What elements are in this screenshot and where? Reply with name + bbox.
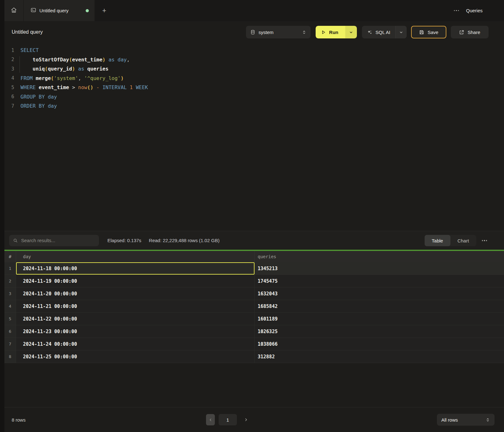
- column-header-num[interactable]: #: [4, 251, 16, 262]
- pagination: 1: [206, 414, 248, 425]
- database-selector[interactable]: system: [246, 26, 311, 38]
- queries-cell[interactable]: 1745475: [255, 275, 504, 287]
- column-header-day[interactable]: day: [16, 251, 255, 262]
- new-tab-button[interactable]: +: [94, 0, 114, 21]
- row-number-cell: 4: [4, 300, 16, 312]
- save-icon: [419, 30, 424, 35]
- share-button[interactable]: Share: [451, 26, 489, 38]
- line-number: 5: [4, 85, 14, 90]
- database-icon: [250, 30, 255, 35]
- save-button[interactable]: Save: [411, 26, 446, 38]
- row-number-cell: 2: [4, 275, 16, 287]
- home-tab[interactable]: [4, 0, 24, 21]
- view-tab-table[interactable]: Table: [425, 235, 450, 246]
- run-options-button[interactable]: [345, 26, 357, 38]
- queries-link[interactable]: Queries: [466, 8, 483, 13]
- indent-guide: [20, 56, 20, 73]
- queries-cell[interactable]: 1038066: [255, 338, 504, 350]
- day-cell[interactable]: 2024-11-23 00:00:00: [16, 325, 255, 338]
- run-button-label: Run: [329, 30, 338, 35]
- code-line[interactable]: 5WHERE event_time > now() - INTERVAL 1 W…: [4, 83, 504, 92]
- day-cell[interactable]: 2024-11-20 00:00:00: [16, 287, 255, 300]
- sql-ai-button-label: SQL AI: [375, 30, 390, 35]
- sql-editor[interactable]: 1SELECT2 toStartOfDay(event_time) as day…: [4, 43, 504, 231]
- queries-cell[interactable]: 312882: [255, 350, 504, 363]
- queries-cell[interactable]: 1632043: [255, 287, 504, 300]
- line-number: 6: [4, 94, 14, 99]
- queries-cell[interactable]: 1685842: [255, 300, 504, 312]
- read-stat: Read: 22,229,488 rows (1.02 GB): [149, 238, 220, 243]
- sql-ai-button[interactable]: SQL AI: [362, 26, 395, 38]
- code-line[interactable]: 7ORDER BY day: [4, 101, 504, 111]
- previous-page-button[interactable]: [206, 414, 215, 425]
- unsaved-indicator-dot: [86, 9, 89, 12]
- code-line[interactable]: 6GROUP BY day: [4, 92, 504, 102]
- code-line[interactable]: 4FROM merge('system', '^query_log'): [4, 74, 504, 83]
- results-overflow-menu-icon[interactable]: [482, 240, 487, 241]
- tab-untitled-query[interactable]: Untitled query: [24, 0, 94, 21]
- search-icon: [13, 238, 18, 243]
- column-header-queries[interactable]: queries: [255, 251, 504, 262]
- line-number: 4: [4, 75, 14, 81]
- rows-per-page-value: All rows: [441, 417, 485, 423]
- view-tab-chart[interactable]: Chart: [450, 235, 476, 246]
- table-row[interactable]: 42024-11-21 00:00:001685842: [4, 300, 504, 313]
- sparkles-icon: [367, 30, 372, 35]
- left-edge-strip: [0, 0, 4, 432]
- page-number-button[interactable]: 1: [219, 414, 237, 425]
- row-number-cell: 6: [4, 325, 16, 338]
- code-line[interactable]: 1SELECT: [4, 46, 504, 55]
- save-button-label: Save: [427, 30, 438, 35]
- select-chevrons-icon: [485, 418, 490, 422]
- results-empty-area: [4, 363, 504, 407]
- chevron-left-icon: [209, 418, 213, 422]
- run-button[interactable]: Run: [316, 26, 345, 38]
- view-toggle: Table Chart: [425, 235, 476, 246]
- share-button-label: Share: [467, 30, 480, 35]
- day-cell[interactable]: 2024-11-22 00:00:00: [16, 313, 255, 325]
- elapsed-stat: Elapsed: 0.137s: [107, 238, 141, 243]
- row-number-cell: 7: [4, 338, 16, 350]
- line-number: 7: [4, 103, 14, 109]
- tab-overflow-menu-icon[interactable]: [454, 10, 459, 11]
- queries-cell[interactable]: 1601189: [255, 313, 504, 325]
- day-cell[interactable]: 2024-11-21 00:00:00: [16, 300, 255, 312]
- row-number-cell: 3: [4, 287, 16, 300]
- table-row[interactable]: 62024-11-23 00:00:001026325: [4, 325, 504, 338]
- play-icon: [321, 30, 326, 35]
- next-page-button[interactable]: [244, 418, 248, 422]
- code-line[interactable]: 3 uniq(query_id) as queries: [4, 64, 504, 74]
- line-number: 1: [4, 48, 14, 53]
- table-row[interactable]: 32024-11-20 00:00:001632043: [4, 287, 504, 300]
- page-title: Untitled query: [12, 29, 43, 35]
- sql-ai-button-group: SQL AI: [362, 26, 407, 38]
- rows-per-page-selector[interactable]: All rows: [437, 414, 495, 426]
- table-row[interactable]: 82024-11-25 00:00:00312882: [4, 350, 504, 363]
- results-toolbar: Elapsed: 0.137s Read: 22,229,488 rows (1…: [4, 231, 504, 250]
- search-results-input[interactable]: [21, 238, 95, 243]
- day-cell[interactable]: 2024-11-19 00:00:00: [16, 275, 255, 287]
- table-row[interactable]: 72024-11-24 00:00:001038066: [4, 338, 504, 350]
- query-header: Untitled query system Run: [4, 21, 504, 43]
- queries-cell[interactable]: 1345213: [255, 262, 504, 275]
- code-line[interactable]: 2 toStartOfDay(event_time) as day,: [4, 55, 504, 65]
- chevron-down-icon: [349, 30, 353, 35]
- row-number-cell: 1: [4, 262, 16, 275]
- table-row[interactable]: 12024-11-18 00:00:001345213: [4, 262, 504, 275]
- results-table: # day queries 12024-11-18 00:00:00134521…: [4, 251, 504, 363]
- tab-bar: Untitled query + Queries: [4, 0, 504, 21]
- table-row[interactable]: 22024-11-19 00:00:001745475: [4, 275, 504, 287]
- share-external-icon: [459, 30, 464, 35]
- table-row[interactable]: 52024-11-22 00:00:001601189: [4, 313, 504, 325]
- sql-ai-options-button[interactable]: [395, 26, 407, 38]
- queries-cell[interactable]: 1026325: [255, 325, 504, 338]
- day-cell[interactable]: 2024-11-25 00:00:00: [16, 350, 255, 363]
- table-header-row: # day queries: [4, 251, 504, 262]
- search-results-box[interactable]: [9, 235, 99, 246]
- home-icon: [11, 7, 17, 14]
- day-cell-selected[interactable]: 2024-11-18 00:00:00: [16, 262, 255, 275]
- row-number-cell: 8: [4, 350, 16, 363]
- day-cell[interactable]: 2024-11-24 00:00:00: [16, 338, 255, 350]
- row-count-label: 8 rows: [12, 417, 26, 423]
- row-number-cell: 5: [4, 313, 16, 325]
